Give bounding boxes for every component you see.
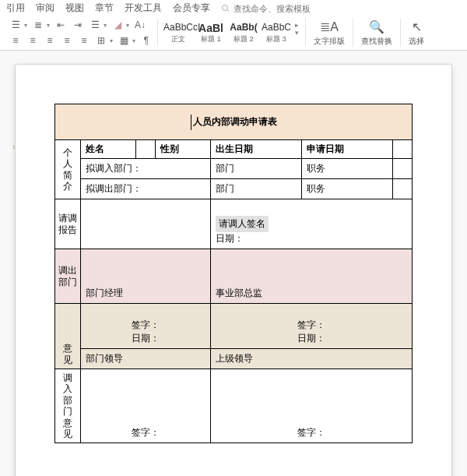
numbered-list-icon[interactable]: ≣ — [32, 19, 44, 31]
svg-point-0 — [223, 5, 228, 10]
paragraph-group: ☰▾ ≣▾ ⇤ ⇥ ☰▾ ◢▾ A↓ ≡ ≡ ≡ ≡ ≡ ⊞▾ ▦▾ ¶ — [5, 19, 158, 47]
menu-bar: 引用 审阅 视图 章节 开发工具 会员专享 — [0, 0, 467, 17]
cell-duty-in[interactable] — [393, 159, 413, 179]
align-distribute-icon[interactable]: ≡ — [78, 34, 90, 47]
section-report: 请调报告 — [55, 199, 81, 249]
superior-leader-cell[interactable]: 上级领导 — [210, 349, 412, 369]
opinion-right[interactable]: 签字： 日期： — [210, 304, 412, 349]
bullet-list-icon[interactable]: ☰ — [9, 19, 22, 31]
select-group: ↖ 选择 — [401, 19, 432, 47]
label-duty: 职务 — [301, 159, 392, 179]
transfer-request-table: 人员内部调动申请表 个人简介 姓名 性别 出生日期 申请日期 拟调入部门： 部门… — [54, 104, 413, 443]
find-replace-button[interactable]: 🔍 查找替换 — [358, 19, 395, 47]
in-opinion-left[interactable]: 签字： — [81, 369, 211, 443]
section-dept-out: 调出部门 — [55, 249, 81, 304]
dept-leader-cell[interactable]: 部门领导 — [81, 349, 211, 369]
style-heading3[interactable]: AaBbC 标题 3 — [261, 21, 292, 45]
label-dept-out-pending: 拟调出部门： — [81, 179, 211, 199]
text-layout-icon: ≣A — [320, 19, 339, 34]
cell-duty-out[interactable] — [393, 179, 413, 199]
menu-shenyue[interactable]: 审阅 — [36, 2, 54, 15]
ribbon: ☰▾ ≣▾ ⇤ ⇥ ☰▾ ◢▾ A↓ ≡ ≡ ≡ ≡ ≡ ⊞▾ ▦▾ ¶ AaB… — [0, 17, 467, 51]
search-icon — [221, 4, 230, 13]
sort-icon[interactable]: A↓ — [134, 19, 146, 31]
menu-shitu[interactable]: 视图 — [65, 2, 84, 15]
text-layout-button[interactable]: ≣A 文字排版 — [311, 19, 348, 47]
layout-group: ≣A 文字排版 — [306, 19, 353, 47]
style-heading1[interactable]: AaBl 标题 1 — [195, 21, 226, 45]
cell-name[interactable] — [136, 140, 156, 159]
menu-devtools[interactable]: 开发工具 — [125, 2, 162, 15]
show-marks-icon[interactable]: ¶ — [140, 34, 153, 47]
find-icon: 🔍 — [369, 19, 384, 34]
label-dept-in-pending: 拟调入部门： — [81, 159, 211, 179]
label-duty2: 职务 — [301, 179, 392, 199]
dept-manager-cell[interactable]: 部门经理 — [81, 249, 211, 304]
align-right-icon[interactable]: ≡ — [44, 34, 56, 47]
in-opinion-right[interactable]: 签字： — [210, 369, 412, 443]
line-spacing-icon[interactable]: ☰ — [89, 19, 101, 31]
indent-decrease-icon[interactable]: ⇤ — [54, 19, 67, 31]
division-director-cell[interactable]: 事业部总监 — [210, 249, 412, 304]
select-button[interactable]: ↖ 选择 — [406, 19, 427, 47]
borders-icon[interactable]: ▦ — [118, 34, 130, 47]
label-apply-date: 申请日期 — [301, 140, 392, 159]
align-center-icon[interactable]: ≡ — [26, 34, 39, 47]
command-search[interactable] — [221, 4, 327, 13]
styles-more[interactable]: ▸▾ — [293, 21, 300, 37]
tab-settings-icon[interactable]: ⊞ — [95, 34, 107, 47]
label-name: 姓名 — [81, 140, 136, 159]
menu-yinyong[interactable]: 引用 — [6, 2, 25, 15]
label-dept: 部门 — [210, 159, 301, 179]
label-gender: 性别 — [155, 140, 210, 159]
menu-vip[interactable]: 会员专享 — [173, 2, 210, 15]
applicant-sign-area[interactable]: 请调人签名 日期： — [210, 199, 412, 249]
report-body[interactable] — [81, 199, 211, 249]
opinion-left[interactable]: 签字： 日期： — [81, 304, 211, 349]
style-heading2[interactable]: AaBb( 标题 2 — [228, 21, 259, 45]
svg-line-1 — [227, 9, 230, 12]
label-dept2: 部门 — [210, 179, 301, 199]
menu-zhangjie[interactable]: 章节 — [95, 2, 114, 15]
align-left-icon[interactable]: ≡ — [9, 34, 22, 47]
document-canvas[interactable]: ▭ – 人员内部调动申请表 个人简介 姓名 性别 出生日期 申请日期 拟调入部门… — [0, 51, 467, 476]
find-group: 🔍 查找替换 — [353, 19, 401, 47]
styles-group: AaBbCcI 正文 AaBl 标题 1 AaBb( 标题 2 AaBbC 标题… — [158, 19, 306, 47]
section-profile: 个人简介 — [55, 140, 81, 199]
cursor-icon: ↖ — [412, 19, 422, 34]
section-dept-in-opinion: 调入部门意见 — [55, 369, 81, 443]
command-search-input[interactable] — [234, 4, 327, 13]
table-title: 人员内部调动申请表 — [55, 104, 413, 140]
section-opinion: 意见 — [55, 304, 81, 369]
page: 人员内部调动申请表 个人简介 姓名 性别 出生日期 申请日期 拟调入部门： 部门… — [16, 65, 451, 476]
indent-increase-icon[interactable]: ⇥ — [72, 19, 84, 31]
align-justify-icon[interactable]: ≡ — [61, 34, 73, 47]
label-birth: 出生日期 — [210, 140, 301, 159]
fill-color-icon[interactable]: ◢ — [111, 19, 124, 31]
text-cursor — [191, 115, 191, 130]
cell-apply-date[interactable] — [393, 140, 413, 159]
style-body[interactable]: AaBbCcI 正文 — [163, 21, 194, 45]
